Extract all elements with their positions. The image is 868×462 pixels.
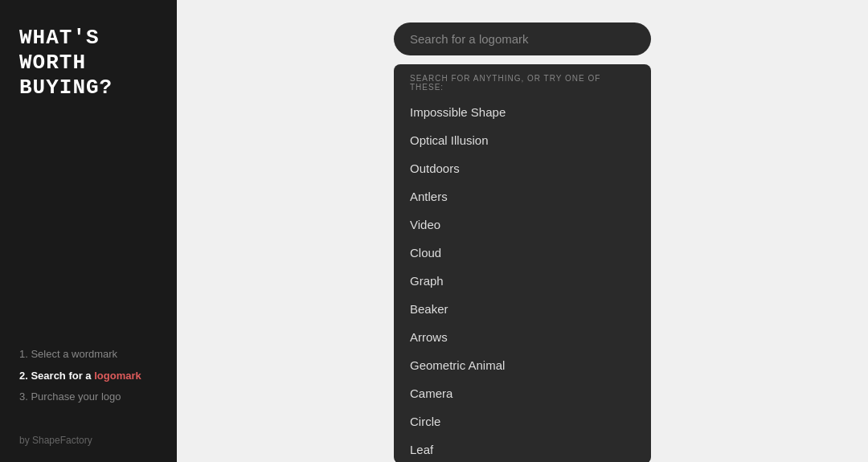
suggestion-item[interactable]: Geometric Animal	[394, 351, 651, 379]
suggestion-item[interactable]: Impossible Shape	[394, 98, 651, 126]
suggestion-item[interactable]: Cloud	[394, 239, 651, 267]
suggestions-dropdown: SEARCH FOR ANYTHING, OR TRY ONE OF THESE…	[394, 64, 651, 462]
suggestion-item[interactable]: Leaf	[394, 435, 651, 462]
site-title: What's Worth Buying?	[19, 26, 158, 101]
search-input[interactable]	[394, 22, 651, 55]
main-content: SEARCH FOR ANYTHING, OR TRY ONE OF THESE…	[177, 0, 868, 462]
step-1-label: 1. Select a wordmark	[19, 348, 117, 360]
search-container: SEARCH FOR ANYTHING, OR TRY ONE OF THESE…	[394, 22, 651, 462]
step-2: 2. Search for a logomark	[19, 369, 158, 383]
dropdown-header: SEARCH FOR ANYTHING, OR TRY ONE OF THESE…	[394, 64, 651, 98]
step-3-label: 3. Purchase your logo	[19, 390, 121, 403]
suggestion-item[interactable]: Graph	[394, 267, 651, 295]
suggestion-item[interactable]: Antlers	[394, 182, 651, 211]
step-3: 3. Purchase your logo	[19, 390, 158, 404]
suggestion-item[interactable]: Video	[394, 211, 651, 239]
step-1: 1. Select a wordmark	[19, 347, 158, 362]
sidebar: What's Worth Buying? 1. Select a wordmar…	[0, 0, 177, 462]
footer-credit: by ShapeFactory	[19, 435, 92, 446]
suggestion-item[interactable]: Circle	[394, 407, 651, 435]
steps-list: 1. Select a wordmark 2. Search for a log…	[19, 347, 158, 404]
step-2-label: 2. Search for a logomark	[19, 370, 141, 382]
suggestion-item[interactable]: Beaker	[394, 295, 651, 323]
suggestion-item[interactable]: Camera	[394, 379, 651, 407]
suggestion-item[interactable]: Outdoors	[394, 154, 651, 182]
suggestion-item[interactable]: Optical Illusion	[394, 126, 651, 154]
suggestion-item[interactable]: Arrows	[394, 323, 651, 351]
